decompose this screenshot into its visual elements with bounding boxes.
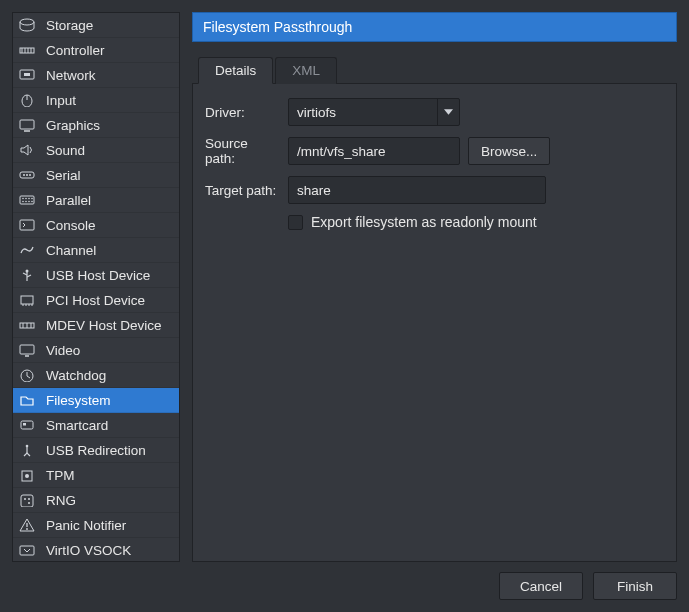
sidebar-item-input[interactable]: Input [13,88,179,113]
tab-details[interactable]: Details [198,57,273,84]
sidebar-item-label: Smartcard [46,418,173,433]
console-icon [17,217,37,233]
sidebar-item-label: VirtIO VSOCK [46,543,173,558]
sidebar-item-label: Sound [46,143,173,158]
disk-icon [17,17,37,33]
finish-button[interactable]: Finish [593,572,677,600]
sidebar-item-filesystem[interactable]: Filesystem [13,388,179,413]
browse-button[interactable]: Browse... [468,137,550,165]
sidebar-item-virtio-vsock[interactable]: VirtIO VSOCK [13,538,179,562]
sidebar-item-label: Video [46,343,173,358]
sidebar-item-pci-host-device[interactable]: PCI Host Device [13,288,179,313]
usb-redir-icon [17,442,37,458]
sidebar-item-watchdog[interactable]: Watchdog [13,363,179,388]
usb-icon [17,267,37,283]
sidebar-item-usb-host-device[interactable]: USB Host Device [13,263,179,288]
driver-label: Driver: [205,105,280,120]
display-icon [17,117,37,133]
sidebar-item-label: USB Redirection [46,443,173,458]
sidebar-item-video[interactable]: Video [13,338,179,363]
smartcard-icon [17,417,37,433]
pci-icon [17,292,37,308]
details-body: Driver: virtiofs Source path: Browse... [192,83,677,562]
network-icon [17,67,37,83]
sidebar-item-label: Network [46,68,173,83]
sidebar-item-label: Storage [46,18,173,33]
sidebar-item-label: Filesystem [46,393,173,408]
sidebar-item-label: Watchdog [46,368,173,383]
channel-icon [17,242,37,258]
parallel-icon [17,192,37,208]
filesystem-icon [17,392,37,408]
sidebar-item-serial[interactable]: Serial [13,163,179,188]
sidebar-item-controller[interactable]: Controller [13,38,179,63]
panel-title: Filesystem Passthrough [192,12,677,42]
sidebar-item-mdev-host-device[interactable]: MDEV Host Device [13,313,179,338]
source-path-label: Source path: [205,136,280,166]
watchdog-icon [17,367,37,383]
sidebar-item-label: Channel [46,243,173,258]
sidebar-item-usb-redirection[interactable]: USB Redirection [13,438,179,463]
sound-icon [17,142,37,158]
source-path-input[interactable] [288,137,460,165]
input-icon [17,92,37,108]
sidebar-item-label: Serial [46,168,173,183]
sidebar-item-graphics[interactable]: Graphics [13,113,179,138]
sidebar-item-label: PCI Host Device [46,293,173,308]
sidebar-item-storage[interactable]: Storage [13,13,179,38]
target-path-input[interactable] [288,176,546,204]
tpm-icon [17,467,37,483]
hardware-sidebar: StorageControllerNetworkInputGraphicsSou… [12,12,180,562]
sidebar-item-channel[interactable]: Channel [13,238,179,263]
sidebar-item-label: TPM [46,468,173,483]
tab-xml[interactable]: XML [275,57,337,84]
panic-icon [17,517,37,533]
sidebar-item-tpm[interactable]: TPM [13,463,179,488]
sidebar-item-label: Input [46,93,173,108]
sidebar-item-console[interactable]: Console [13,213,179,238]
sidebar-item-label: MDEV Host Device [46,318,173,333]
mdev-icon [17,317,37,333]
driver-select[interactable]: virtiofs [288,98,460,126]
sidebar-item-label: RNG [46,493,173,508]
sidebar-item-label: Controller [46,43,173,58]
readonly-checkbox[interactable] [288,215,303,230]
sidebar-item-label: Console [46,218,173,233]
sidebar-item-panic-notifier[interactable]: Panic Notifier [13,513,179,538]
cancel-button[interactable]: Cancel [499,572,583,600]
driver-value: virtiofs [297,105,336,120]
rng-icon [17,492,37,508]
sidebar-item-rng[interactable]: RNG [13,488,179,513]
serial-icon [17,167,37,183]
sidebar-item-network[interactable]: Network [13,63,179,88]
sidebar-item-label: Parallel [46,193,173,208]
sidebar-item-sound[interactable]: Sound [13,138,179,163]
vsock-icon [17,542,37,558]
chevron-down-icon [437,99,459,125]
sidebar-item-label: USB Host Device [46,268,173,283]
sidebar-item-label: Graphics [46,118,173,133]
controller-icon [17,42,37,58]
sidebar-item-smartcard[interactable]: Smartcard [13,413,179,438]
sidebar-item-parallel[interactable]: Parallel [13,188,179,213]
video-icon [17,342,37,358]
sidebar-item-label: Panic Notifier [46,518,173,533]
target-path-label: Target path: [205,183,280,198]
readonly-label: Export filesystem as readonly mount [311,214,537,230]
